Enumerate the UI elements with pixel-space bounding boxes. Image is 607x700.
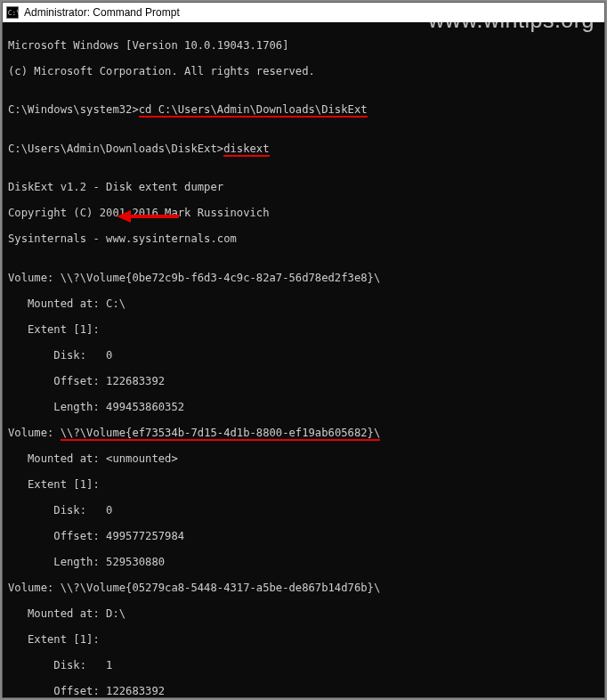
output-line: Mounted at: D:\ xyxy=(8,607,599,621)
output-line: DiskExt v1.2 - Disk extent dumper xyxy=(8,181,599,194)
prompt-line: C:\Windows\system32>cd C:\Users\Admin\Do… xyxy=(8,103,599,117)
volume-label: Volume: xyxy=(8,427,61,439)
output-line: Offset: 122683392 xyxy=(8,685,599,698)
output-line: Length: 529530880 xyxy=(8,556,599,569)
volume-guid-highlight: \\?\Volume{ef73534b-7d15-4d1b-8800-ef19a… xyxy=(61,427,381,441)
output-line: Mounted at: <unmounted> xyxy=(8,452,599,466)
output-line: (c) Microsoft Corporation. All rights re… xyxy=(8,65,599,78)
prompt-path: C:\Windows\system32> xyxy=(8,103,139,116)
cmd-icon: C:\ xyxy=(6,6,19,19)
titlebar[interactable]: C:\ Administrator: Command Prompt xyxy=(3,3,604,22)
output-line: Offset: 122683392 xyxy=(8,375,599,388)
prompt-line: C:\Users\Admin\Downloads\DiskExt>diskext xyxy=(8,142,599,156)
cmd-window: C:\ Administrator: Command Prompt Micros… xyxy=(2,2,605,698)
svg-text:C:\: C:\ xyxy=(8,9,19,17)
cmd-diskext: diskext xyxy=(223,142,269,157)
output-line: Microsoft Windows [Version 10.0.19043.17… xyxy=(8,39,599,53)
terminal-area[interactable]: Microsoft Windows [Version 10.0.19043.17… xyxy=(3,22,604,697)
output-line: Offset: 499577257984 xyxy=(8,530,599,543)
volume-header: Volume: \\?\Volume{05279ca8-5448-4317-a5… xyxy=(8,582,599,595)
output-line: Extent [1]: xyxy=(8,633,599,647)
output-line: Extent [1]: xyxy=(8,478,599,492)
prompt-path: C:\Users\Admin\Downloads\DiskExt> xyxy=(8,142,223,155)
disk-line: Disk: 0 xyxy=(8,349,599,362)
output-line: Extent [1]: xyxy=(8,323,599,337)
window-title: Administrator: Command Prompt xyxy=(24,6,180,19)
volume-header: Volume: \\?\Volume{0be72c9b-f6d3-4c9c-82… xyxy=(8,272,599,285)
cmd-cd: cd C:\Users\Admin\Downloads\DiskExt xyxy=(139,103,368,118)
output-line: Disk: 1 xyxy=(8,659,599,672)
output-line: Copyright (C) 2001-2016 Mark Russinovich xyxy=(8,207,599,220)
volume-header: Volume: \\?\Volume{ef73534b-7d15-4d1b-88… xyxy=(8,427,599,440)
output-line: Sysinternals - www.sysinternals.com xyxy=(8,232,599,246)
output-line: Length: 499453860352 xyxy=(8,401,599,414)
output-line: Mounted at: C:\ xyxy=(8,297,599,311)
output-line: Disk: 0 xyxy=(8,504,599,517)
